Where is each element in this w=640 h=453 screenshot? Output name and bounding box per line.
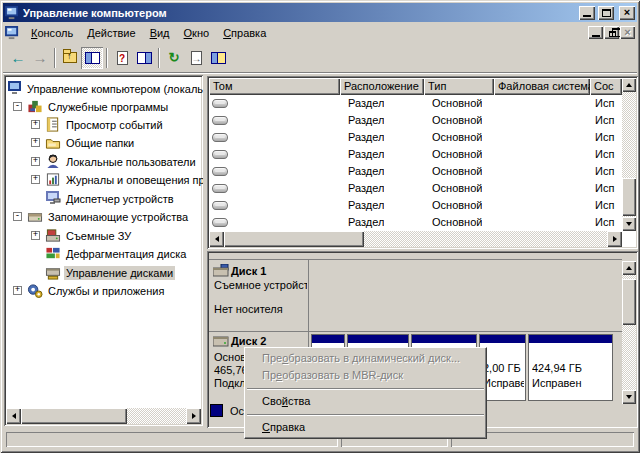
title-bar[interactable]: Управление компьютером ×	[3, 3, 637, 22]
show-hide-tree-button[interactable]	[81, 47, 103, 69]
up-one-level-button[interactable]: ↑	[59, 47, 81, 69]
menu-konsol[interactable]: Консоль	[24, 25, 80, 41]
mdi-window-controls: ×	[588, 26, 635, 39]
scroll-up-button[interactable]	[622, 78, 636, 92]
menu-action[interactable]: Действие	[80, 25, 142, 41]
column-header-type[interactable]: Тип	[424, 78, 494, 95]
console-tree-pane: Управление компьютером (локальн - Служеб…	[4, 75, 203, 426]
scroll-down-button[interactable]	[622, 217, 636, 231]
menu-item-convert-dynamic: Преобразовать в динамический диск...	[246, 350, 485, 367]
menu-view[interactable]: Вид	[143, 25, 177, 41]
mdi-restore-button[interactable]	[604, 26, 619, 39]
disk-context-menu: Преобразовать в динамический диск... Пре…	[244, 347, 487, 439]
refresh-button[interactable]: ↻	[163, 47, 185, 69]
back-button[interactable]: ←	[7, 47, 29, 69]
services-icon	[27, 283, 43, 298]
help-window-button[interactable]	[207, 47, 229, 69]
show-panel-button[interactable]	[133, 47, 155, 69]
menu-item-properties[interactable]: Свойства	[246, 393, 485, 410]
column-header-location[interactable]: Расположение	[340, 78, 424, 95]
tree-item-performance-logs[interactable]: + Журналы и оповещения пр	[4, 171, 203, 188]
scroll-thumb[interactable]	[622, 279, 636, 325]
volume-row[interactable]: РазделОсновнойИсп	[209, 180, 622, 197]
volume-row[interactable]: РазделОсновнойИсп	[209, 112, 622, 129]
tree-horizontal-scrollbar[interactable]	[6, 408, 201, 424]
disk-pane-vertical-scrollbar[interactable]	[622, 253, 636, 404]
mdi-child-icon	[5, 26, 20, 40]
menu-window[interactable]: Окно	[177, 25, 217, 41]
expand-icon[interactable]: +	[31, 120, 40, 129]
tree-item-system-tools[interactable]: - Служебные программы	[4, 98, 203, 115]
scroll-left-button[interactable]	[209, 231, 224, 247]
export-list-icon: →	[191, 51, 202, 65]
partition-5[interactable]: 424,94 ГБИсправен	[528, 334, 613, 401]
shared-folders-icon	[45, 135, 61, 150]
forward-button[interactable]: →	[29, 47, 51, 69]
tree-item-event-viewer[interactable]: + Просмотр событий	[4, 116, 203, 133]
collapse-icon[interactable]: -	[13, 102, 22, 111]
scroll-left-button[interactable]	[6, 408, 21, 424]
expand-icon[interactable]: +	[31, 231, 40, 240]
disk-1-row: Диск 1 Съемное устройство Нет носителя	[209, 259, 622, 331]
device-manager-icon	[45, 191, 61, 206]
tree-item-shared-folders[interactable]: + Общие папки	[4, 134, 203, 151]
menu-help[interactable]: Справка	[216, 25, 273, 41]
mdi-minimize-button[interactable]	[588, 26, 603, 39]
volume-row[interactable]: РазделОсновнойИсп	[209, 214, 622, 231]
tree-item-device-manager[interactable]: Диспетчер устройств	[4, 190, 203, 207]
expand-icon[interactable]: +	[13, 286, 22, 295]
scroll-down-button[interactable]	[622, 390, 636, 404]
scroll-thumb[interactable]	[224, 231, 364, 247]
volume-icon	[212, 133, 228, 142]
expand-icon[interactable]: +	[31, 157, 40, 166]
volume-row[interactable]: РазделОсновнойИсп	[209, 146, 622, 163]
tree-item-disk-defragmenter[interactable]: Дефрагментация диска	[4, 245, 203, 262]
mdi-close-button[interactable]: ×	[620, 26, 635, 39]
volume-row[interactable]: РазделОсновнойИсп	[209, 95, 622, 112]
scroll-right-button[interactable]	[186, 408, 201, 424]
volume-icon	[212, 167, 228, 176]
column-header-filesystem[interactable]: Файловая система	[494, 78, 590, 95]
collapse-icon[interactable]: -	[13, 212, 22, 221]
volume-row[interactable]: РазделОсновнойИсп	[209, 163, 622, 180]
volume-list-pane: Том Расположение Тип Файловая система Со…	[207, 76, 638, 249]
disk-management-icon	[45, 265, 61, 280]
scroll-up-button[interactable]	[622, 261, 636, 275]
tree-item-removable-storage[interactable]: + Съемные ЗУ	[4, 227, 203, 244]
mdi-restore-icon	[609, 31, 616, 37]
tree-item-disk-management[interactable]: Управление дисками	[4, 264, 203, 281]
volume-row[interactable]: РазделОсновнойИсп	[209, 129, 622, 146]
tree-item-local-users[interactable]: + Локальные пользователи	[4, 153, 203, 170]
volume-icon	[212, 99, 228, 108]
scroll-thumb[interactable]	[21, 408, 127, 424]
export-list-button[interactable]: →	[185, 47, 207, 69]
help-doc-button[interactable]: ?	[111, 47, 133, 69]
volume-list-horizontal-scrollbar[interactable]	[209, 231, 622, 247]
partition-color-bar	[348, 335, 408, 344]
scroll-right-button[interactable]	[607, 231, 622, 247]
column-header-status[interactable]: Сос	[590, 78, 622, 95]
tree-item-computer-management[interactable]: Управление компьютером (локальн	[4, 80, 203, 97]
mdi-close-icon: ×	[624, 27, 630, 38]
disk-1-info[interactable]: Диск 1 Съемное устройство Нет носителя	[209, 260, 309, 331]
tree-item-storage[interactable]: - Запоминающие устройства	[4, 208, 203, 225]
expand-icon[interactable]: +	[31, 138, 40, 147]
expand-icon[interactable]: +	[31, 175, 40, 184]
minimize-button[interactable]	[579, 6, 595, 20]
scroll-up-icon	[626, 80, 632, 87]
tree-item-services-applications[interactable]: + Службы и приложения	[4, 282, 203, 299]
maximize-button[interactable]	[598, 6, 614, 20]
volume-list-vertical-scrollbar[interactable]	[622, 78, 636, 231]
menu-item-help[interactable]: Справка	[246, 419, 485, 436]
disk-2-name: Диск 2	[231, 335, 266, 347]
app-icon	[5, 6, 20, 20]
maximize-icon	[602, 9, 611, 17]
help-doc-icon: ?	[117, 51, 128, 65]
system-tools-icon	[27, 99, 43, 114]
column-header-volume[interactable]: Том	[209, 78, 340, 95]
toolbar-separator	[158, 48, 160, 68]
scroll-thumb[interactable]	[622, 178, 636, 216]
close-button[interactable]: ×	[619, 6, 635, 20]
volume-row[interactable]: РазделОсновнойИсп	[209, 197, 622, 214]
removable-disk-icon	[213, 264, 230, 277]
